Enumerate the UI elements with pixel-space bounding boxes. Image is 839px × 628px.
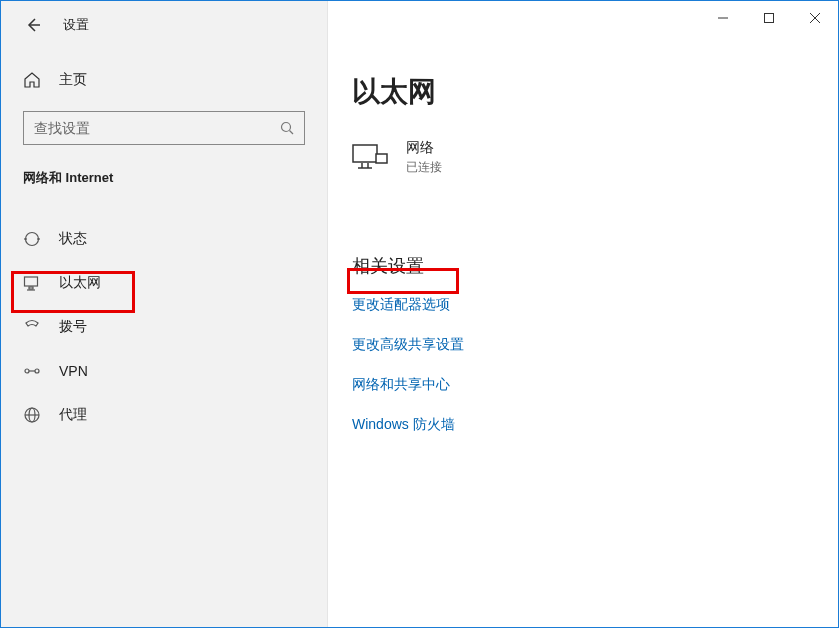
connection-status: 已连接	[406, 159, 442, 176]
app-title: 设置	[63, 16, 89, 34]
sidebar-item-label: 状态	[59, 230, 87, 248]
sidebar-item-vpn[interactable]: VPN	[1, 349, 327, 393]
svg-rect-10	[25, 277, 38, 286]
svg-point-13	[25, 369, 29, 373]
page-title: 以太网	[328, 57, 838, 111]
sidebar-item-status[interactable]: 状态	[1, 217, 327, 261]
back-button[interactable]	[23, 15, 43, 35]
maximize-icon	[764, 13, 774, 23]
svg-rect-19	[353, 145, 377, 162]
ethernet-icon	[23, 274, 41, 292]
sidebar-item-label: 代理	[59, 406, 87, 424]
sidebar-item-label: 拨号	[59, 318, 87, 336]
link-network-sharing-center[interactable]: 网络和共享中心	[352, 376, 450, 394]
minimize-icon	[718, 13, 728, 23]
link-change-advanced-sharing[interactable]: 更改高级共享设置	[352, 336, 464, 354]
maximize-button[interactable]	[746, 1, 792, 35]
search-input[interactable]	[34, 120, 280, 136]
sidebar-item-ethernet[interactable]: 以太网	[1, 261, 327, 305]
svg-point-7	[26, 233, 39, 246]
monitor-icon	[352, 144, 388, 172]
window-controls	[700, 1, 838, 41]
link-change-adapter-options[interactable]: 更改适配器选项	[352, 296, 450, 314]
search-icon	[280, 121, 294, 135]
dialup-icon	[23, 318, 41, 336]
home-label: 主页	[59, 71, 87, 89]
minimize-button[interactable]	[700, 1, 746, 35]
vpn-icon	[23, 362, 41, 380]
connection-item[interactable]: 网络 已连接	[328, 111, 838, 176]
search-box[interactable]	[23, 111, 305, 145]
sidebar-item-label: VPN	[59, 363, 88, 379]
status-icon	[23, 230, 41, 248]
proxy-icon	[23, 406, 41, 424]
connection-name: 网络	[406, 139, 442, 157]
svg-rect-23	[376, 154, 387, 163]
related-links: 更改适配器选项 更改高级共享设置 网络和共享中心 Windows 防火墙	[328, 278, 838, 434]
sidebar-item-dialup[interactable]: 拨号	[1, 305, 327, 349]
arrow-left-icon	[25, 17, 41, 33]
sidebar: 主页 网络和 Internet 状态 以太网	[1, 1, 328, 627]
svg-line-6	[290, 131, 294, 135]
home-link[interactable]: 主页	[1, 63, 327, 101]
svg-point-14	[35, 369, 39, 373]
titlebar-left: 设置	[1, 15, 89, 35]
category-title: 网络和 Internet	[23, 169, 305, 187]
sidebar-item-label: 以太网	[59, 274, 101, 292]
close-icon	[810, 13, 820, 23]
sidebar-item-proxy[interactable]: 代理	[1, 393, 327, 437]
link-windows-firewall[interactable]: Windows 防火墙	[352, 416, 455, 434]
svg-point-5	[282, 123, 291, 132]
main-content: 以太网 网络 已连接 相关设置 更改适配器选项 更改高级共享设置 网络和共享中心…	[328, 1, 838, 627]
close-button[interactable]	[792, 1, 838, 35]
svg-rect-11	[29, 287, 33, 289]
svg-rect-2	[765, 14, 774, 23]
home-icon	[23, 71, 41, 89]
nav-list: 状态 以太网 拨号 VPN	[1, 217, 327, 437]
related-settings-title: 相关设置	[328, 176, 838, 278]
titlebar: 设置	[1, 1, 838, 49]
connection-text: 网络 已连接	[406, 139, 442, 176]
settings-window: 设置 主页 网络和 Internet	[1, 1, 838, 627]
